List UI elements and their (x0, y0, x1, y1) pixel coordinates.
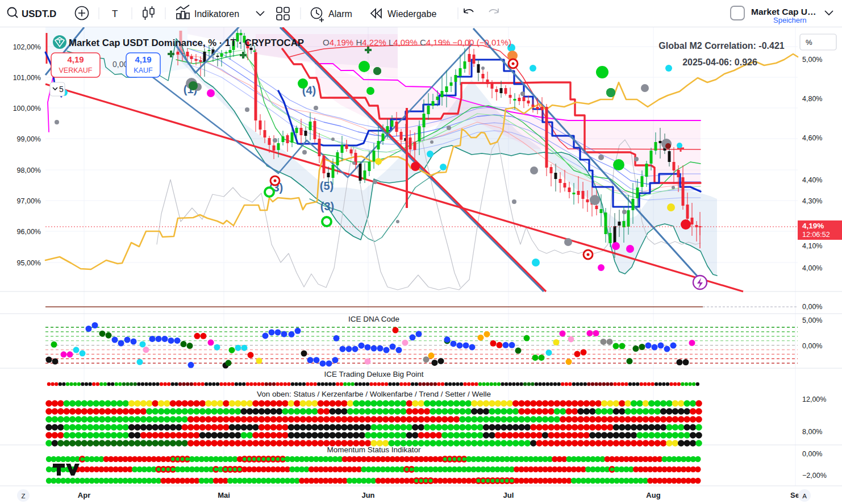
svg-text:Jun: Jun (361, 491, 374, 499)
svg-text:Aug: Aug (646, 491, 660, 499)
svg-text:ICE Trading Deluxe Big Point: ICE Trading Deluxe Big Point (324, 370, 424, 378)
svg-text:4,19%: 4,19% (802, 222, 824, 230)
svg-text:ICE DNA Code: ICE DNA Code (348, 315, 399, 323)
svg-text:Apr: Apr (78, 491, 90, 499)
svg-text:4,30%: 4,30% (802, 197, 822, 205)
svg-text:4,19: 4,19 (67, 55, 84, 64)
svg-text:0,00%: 0,00% (802, 303, 822, 311)
svg-text:Von oben: Status / Kerzenfarbe: Von oben: Status / Kerzenfarbe / Wolkenf… (257, 390, 491, 398)
svg-text:0,00%: 0,00% (802, 342, 822, 350)
svg-text:Z: Z (21, 493, 25, 499)
svg-text:96,00%: 96,00% (17, 228, 41, 236)
svg-text:(5): (5) (320, 180, 334, 192)
svg-text:98,00%: 98,00% (17, 166, 41, 174)
svg-text:0,00%: 0,00% (802, 450, 822, 458)
svg-text:5,00%: 5,00% (802, 316, 822, 324)
svg-text:Se: Se (790, 491, 799, 499)
svg-text:VERKAUF: VERKAUF (59, 66, 92, 74)
svg-text:Mai: Mai (218, 491, 230, 499)
svg-text:102,00%: 102,00% (13, 43, 41, 51)
svg-text:4,00%: 4,00% (802, 264, 822, 272)
svg-text:%: % (806, 38, 812, 47)
svg-text:Market Cap USDT Dominance, % ·: Market Cap USDT Dominance, % · 1T · CRYP… (69, 38, 304, 48)
svg-text:Speichern: Speichern (773, 16, 807, 24)
svg-text:4,40%: 4,40% (802, 176, 822, 184)
svg-text:Alarm: Alarm (328, 9, 352, 19)
svg-text:4,19: 4,19 (135, 55, 151, 64)
svg-text:Momentum Status Indikator: Momentum Status Indikator (327, 445, 421, 454)
svg-text:12,00%: 12,00% (802, 395, 826, 403)
svg-text:95,00%: 95,00% (17, 259, 41, 267)
svg-text:Wiedergabe: Wiedergabe (387, 9, 436, 19)
svg-text:99,00%: 99,00% (17, 135, 41, 143)
svg-text:Indikatoren: Indikatoren (194, 9, 239, 19)
svg-text:Jul: Jul (503, 491, 514, 499)
svg-text:8,00%: 8,00% (802, 428, 822, 436)
svg-text:5: 5 (59, 85, 64, 94)
svg-text:101,00%: 101,00% (13, 74, 41, 82)
svg-text:12:06:52: 12:06:52 (802, 231, 830, 239)
svg-text:Market Cap U…: Market Cap U… (751, 7, 816, 16)
svg-text:5,00%: 5,00% (802, 56, 822, 64)
svg-text:−2,00%: −2,00% (802, 472, 827, 480)
svg-text:4,60%: 4,60% (802, 134, 822, 142)
svg-text:4,10%: 4,10% (802, 242, 822, 250)
svg-text:T: T (112, 9, 118, 19)
svg-text:O4,19% H4,22% L4,09% C4,19% −0: O4,19% H4,22% L4,09% C4,19% −0,00 (−0,01… (323, 38, 511, 47)
svg-text:Global M2 Correlation: -0.421: Global M2 Correlation: -0.421 (658, 41, 784, 51)
svg-text:(3): (3) (320, 200, 334, 213)
svg-text:A: A (802, 493, 807, 499)
svg-text:USDT.D: USDT.D (22, 9, 56, 19)
svg-text:4,80%: 4,80% (802, 95, 822, 103)
svg-text:KAUF: KAUF (134, 66, 153, 74)
svg-text:100,00%: 100,00% (13, 105, 41, 113)
svg-text:2025-04-06: 0.926: 2025-04-06: 0.926 (682, 57, 757, 67)
svg-text:97,00%: 97,00% (17, 197, 41, 205)
